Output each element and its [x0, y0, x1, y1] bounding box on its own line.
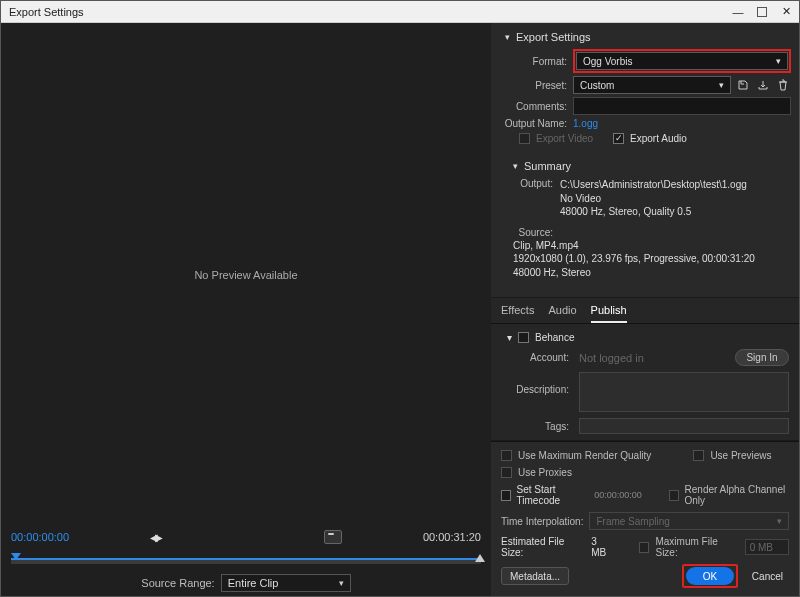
playback-controls: ◀▶ — [150, 530, 342, 544]
export-settings-window: Export Settings — ✕ No Preview Available… — [0, 0, 800, 597]
chevron-down-icon: ▾ — [513, 161, 518, 171]
row-proxies: Use Proxies — [501, 467, 789, 478]
start-tc-value[interactable]: 00:00:00:00 — [594, 490, 642, 500]
ok-highlight: OK — [682, 564, 738, 588]
row-time-interp: Time Interpolation: Frame Sampling ▾ — [501, 512, 789, 530]
source-range-row: Source Range: Entire Clip ▾ — [1, 570, 491, 596]
output-name-row: Output Name: 1.ogg — [499, 118, 791, 129]
maximize-icon[interactable] — [757, 7, 767, 17]
chevron-down-icon: ▾ — [339, 578, 344, 588]
save-preset-icon[interactable] — [735, 77, 751, 93]
metadata-label: Metadata... — [510, 571, 560, 582]
use-proxies-checkbox — [501, 467, 512, 478]
time-interp-label: Time Interpolation: — [501, 516, 583, 527]
render-alpha-label: Render Alpha Channel Only — [685, 484, 789, 506]
chevron-down-icon: ▾ — [505, 32, 510, 42]
close-icon[interactable]: ✕ — [779, 5, 793, 19]
settings-pane: ▾ Export Settings Format: Ogg Vorbis ▾ — [491, 23, 799, 596]
use-previews-label: Use Previews — [710, 450, 771, 461]
metadata-button[interactable]: Metadata... — [501, 567, 569, 585]
fit-icon[interactable] — [324, 530, 342, 544]
est-size-label: Estimated File Size: — [501, 536, 585, 558]
preset-select[interactable]: Custom ▾ — [573, 76, 731, 94]
comments-label: Comments: — [499, 101, 573, 112]
start-tc-label: Set Start Timecode — [517, 484, 589, 506]
output-audio: 48000 Hz, Stereo, Quality 0.5 — [560, 206, 691, 217]
ok-button[interactable]: OK — [686, 567, 734, 585]
publish-description-row: Description: — [507, 372, 789, 412]
tags-label: Tags: — [507, 421, 573, 432]
comments-row: Comments: — [499, 97, 791, 115]
export-settings-section: ▾ Export Settings Format: Ogg Vorbis ▾ — [491, 23, 799, 298]
footer-row: Metadata... OK Cancel — [501, 564, 789, 588]
time-interp-value: Frame Sampling — [596, 516, 669, 527]
comments-input[interactable] — [573, 97, 791, 115]
publish-account-row: Account: Not logged in Sign In — [507, 349, 789, 366]
source-range-value: Entire Clip — [228, 577, 279, 589]
publish-service-name: Behance — [535, 332, 574, 343]
publish-service-header[interactable]: ▾ Behance — [507, 332, 789, 343]
in-timecode[interactable]: 00:00:00:00 — [11, 531, 69, 543]
time-interp-select: Frame Sampling ▾ — [589, 512, 789, 530]
no-preview-label: No Preview Available — [194, 269, 297, 281]
description-label: Description: — [507, 372, 573, 395]
timeline-controls: 00:00:00:00 ◀▶ 00:00:31:20 — [1, 526, 491, 548]
export-settings-header[interactable]: ▾ Export Settings — [505, 31, 791, 43]
export-toggles: Export Video Export Audio — [519, 133, 791, 144]
format-highlight: Ogg Vorbis ▾ — [573, 49, 791, 73]
ok-label: OK — [703, 571, 717, 582]
signin-label: Sign In — [746, 352, 777, 363]
import-preset-icon[interactable] — [755, 77, 771, 93]
export-video-label: Export Video — [536, 133, 593, 144]
timeline-playhead-icon[interactable] — [11, 553, 21, 560]
minimize-icon[interactable]: — — [731, 5, 745, 19]
output-values: C:\Users\Administrator\Desktop\test\1.og… — [560, 178, 747, 219]
timeline-slider-row — [1, 548, 491, 570]
tab-effects[interactable]: Effects — [501, 304, 534, 323]
preset-value: Custom — [580, 80, 614, 91]
export-audio-label: Export Audio — [630, 133, 687, 144]
tab-audio[interactable]: Audio — [548, 304, 576, 323]
summary-header[interactable]: ▾ Summary — [513, 160, 785, 172]
max-render-label: Use Maximum Render Quality — [518, 450, 651, 461]
est-size-value: 3 MB — [591, 536, 613, 558]
timeline-outpoint-icon[interactable] — [475, 554, 485, 562]
tab-publish[interactable]: Publish — [591, 304, 627, 323]
publish-tags-row: Tags: — [507, 418, 789, 434]
source-range-select[interactable]: Entire Clip ▾ — [221, 574, 351, 592]
account-value: Not logged in — [579, 352, 644, 364]
source-clip: Clip, MP4.mp4 — [513, 240, 579, 251]
format-label: Format: — [499, 56, 573, 67]
output-name-label: Output Name: — [499, 118, 573, 129]
titlebar: Export Settings — ✕ — [1, 1, 799, 23]
cancel-button[interactable]: Cancel — [746, 571, 789, 582]
timeline-slider[interactable] — [11, 554, 481, 564]
row-est-size: Estimated File Size: 3 MB Maximum File S… — [501, 536, 789, 558]
use-proxies-label: Use Proxies — [518, 467, 572, 478]
step-back-icon[interactable]: ◀▶ — [150, 532, 160, 543]
output-name-link[interactable]: 1.ogg — [573, 118, 598, 129]
source-video: 1920x1080 (1.0), 23.976 fps, Progressive… — [513, 253, 755, 264]
tags-input[interactable] — [579, 418, 789, 434]
export-audio-checkbox[interactable] — [613, 133, 624, 144]
delete-preset-icon[interactable] — [775, 77, 791, 93]
format-value: Ogg Vorbis — [583, 56, 632, 67]
output-key: Output: — [513, 178, 557, 189]
max-size-value: 0 MB — [745, 539, 789, 555]
publish-service-checkbox[interactable] — [518, 332, 529, 343]
publish-panel: ▾ Behance Account: Not logged in Sign In… — [491, 324, 799, 441]
description-input[interactable] — [579, 372, 789, 412]
footer-actions: OK Cancel — [682, 564, 789, 588]
preset-row: Preset: Custom ▾ — [499, 76, 791, 94]
format-select[interactable]: Ogg Vorbis ▾ — [576, 52, 788, 70]
export-settings-title: Export Settings — [516, 31, 591, 43]
start-tc-checkbox[interactable] — [501, 490, 511, 501]
format-row: Format: Ogg Vorbis ▾ — [499, 49, 791, 73]
bottom-options: Use Maximum Render Quality Use Previews … — [491, 441, 799, 596]
summary-title: Summary — [524, 160, 571, 172]
output-video: No Video — [560, 193, 601, 204]
signin-button[interactable]: Sign In — [735, 349, 789, 366]
preset-label: Preset: — [499, 80, 573, 91]
chevron-down-icon: ▾ — [719, 80, 724, 90]
out-timecode[interactable]: 00:00:31:20 — [423, 531, 481, 543]
